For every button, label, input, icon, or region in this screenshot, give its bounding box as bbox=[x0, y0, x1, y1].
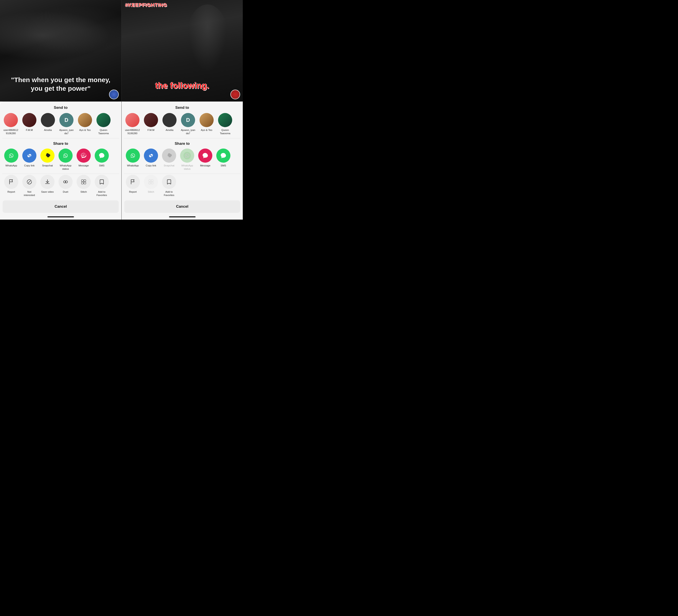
share-label-snapchat-right: Snapchat bbox=[164, 164, 175, 167]
contact-fmm-right[interactable]: F.M.M bbox=[142, 113, 159, 135]
svg-marker-3 bbox=[82, 155, 84, 156]
contact-amelia-left[interactable]: Amelia bbox=[39, 113, 57, 135]
share-message-right[interactable]: Message bbox=[197, 149, 214, 170]
action-favorites-left[interactable]: Add toFavorites bbox=[93, 175, 110, 197]
action-report-left[interactable]: Report bbox=[3, 175, 20, 197]
wastatus-icon-left bbox=[59, 149, 73, 163]
contact-avatar-3 bbox=[41, 113, 55, 127]
share-row-right: WhatsApp Copy link Snapchat bbox=[122, 148, 243, 174]
whatsapp-icon-left bbox=[4, 149, 18, 163]
report-icon-right bbox=[126, 175, 140, 189]
share-label-sms-left: SMS bbox=[99, 164, 105, 167]
savevideo-icon-left bbox=[40, 175, 54, 189]
share-label-message-right: Message bbox=[200, 164, 211, 167]
svg-rect-8 bbox=[81, 182, 83, 184]
contact-avatar-4: D bbox=[60, 113, 74, 127]
action-label-notinterested-left: Notinterested bbox=[24, 190, 35, 197]
svg-point-11 bbox=[183, 152, 191, 159]
share-label-copylink-left: Copy link bbox=[24, 164, 34, 167]
actions-row-left: Report Notinterested Save video bbox=[0, 174, 121, 199]
contact-avatar-r1 bbox=[125, 113, 140, 127]
contact-label-4: Ajuwon_iyanda7 bbox=[59, 128, 74, 135]
share-copylink-left[interactable]: Copy link bbox=[21, 149, 38, 170]
contact-label-5: Ayo & Teo bbox=[79, 128, 91, 132]
contact-label-6: QueenTaaooma bbox=[98, 128, 109, 135]
contact-user1-left[interactable]: user48686129106280 bbox=[2, 113, 20, 135]
action-stitch-right: Stitch bbox=[142, 175, 159, 197]
share-label-whatsapp-left: WhatsApp bbox=[5, 164, 17, 167]
contact-fmm-left[interactable]: F.M.M bbox=[21, 113, 38, 135]
contact-label-r2: F.M.M bbox=[147, 128, 154, 132]
svg-rect-7 bbox=[84, 180, 86, 182]
message-icon-right bbox=[198, 149, 212, 163]
send-to-title-right: Send to bbox=[122, 102, 243, 112]
contact-avatar-r2 bbox=[144, 113, 158, 127]
svg-point-1 bbox=[62, 152, 69, 159]
action-label-report-left: Report bbox=[7, 190, 15, 194]
contact-avatar-r3 bbox=[162, 113, 177, 127]
favorites-icon-right bbox=[162, 175, 176, 189]
contact-avatar-6 bbox=[97, 113, 111, 127]
share-snapchat-left[interactable]: Snapchat bbox=[39, 149, 56, 170]
svg-rect-6 bbox=[81, 180, 83, 182]
actions-row-right: Report Stitch bbox=[122, 174, 243, 199]
contact-ajuwon-left[interactable]: D Ajuwon_iyanda7 bbox=[58, 113, 75, 135]
action-notinterested-left[interactable]: Notinterested bbox=[21, 175, 38, 197]
share-to-title-right: Share to bbox=[122, 139, 243, 148]
share-snapchat-right: Snapchat bbox=[160, 149, 178, 170]
sms-icon-left bbox=[95, 149, 109, 163]
sms-icon-right bbox=[216, 149, 230, 163]
snapchat-icon-right bbox=[162, 149, 176, 163]
bottom-sheet-left: Send to user48686129106280 F.M.M Amelia … bbox=[0, 102, 121, 220]
contact-queen-left[interactable]: QueenTaaooma bbox=[95, 113, 112, 135]
share-label-sms-right: SMS bbox=[221, 164, 226, 167]
svg-rect-13 bbox=[151, 180, 153, 182]
share-copylink-right[interactable]: Copy link bbox=[142, 149, 159, 170]
svg-rect-14 bbox=[149, 182, 151, 184]
contact-ayo-left[interactable]: Ayo & Teo bbox=[76, 113, 93, 135]
svg-rect-12 bbox=[149, 180, 151, 182]
contact-label-3: Amelia bbox=[44, 128, 52, 132]
svg-marker-2 bbox=[82, 155, 85, 155]
panel-left: "Then when you get the money, you get th… bbox=[0, 0, 121, 220]
action-duet-left[interactable]: Duet bbox=[57, 175, 74, 197]
favorites-icon-left bbox=[95, 175, 109, 189]
action-favorites-right[interactable]: Add toFavorites bbox=[160, 175, 178, 197]
share-message-left[interactable]: Message bbox=[75, 149, 92, 170]
share-whatsapp-right[interactable]: WhatsApp bbox=[124, 149, 142, 170]
notinterested-icon-left bbox=[22, 175, 36, 189]
contact-avatar-1 bbox=[4, 113, 18, 127]
copylink-icon-left bbox=[22, 149, 36, 163]
action-label-duet-left: Duet bbox=[63, 190, 68, 194]
action-label-stitch-left: Stitch bbox=[81, 190, 87, 194]
action-savevideo-left[interactable]: Save video bbox=[39, 175, 56, 197]
contact-avatar-r4: D bbox=[181, 113, 195, 127]
copylink-icon-right bbox=[144, 149, 158, 163]
contact-label-r5: Ayo & Teo bbox=[201, 128, 212, 132]
video-subtitle-right: the following. bbox=[155, 81, 209, 90]
svg-rect-15 bbox=[151, 182, 153, 184]
share-sms-right[interactable]: SMS bbox=[215, 149, 232, 170]
video-tag-right: #KEEPFIGHTING bbox=[125, 2, 167, 8]
action-label-stitch-right: Stitch bbox=[148, 190, 154, 194]
send-to-title-left: Send to bbox=[0, 102, 121, 112]
action-report-right[interactable]: Report bbox=[124, 175, 142, 197]
share-sms-left[interactable]: SMS bbox=[93, 149, 110, 170]
svg-rect-9 bbox=[84, 182, 86, 184]
contact-queen-right[interactable]: QueenTaaooma bbox=[217, 113, 234, 135]
contact-avatar-r6 bbox=[218, 113, 232, 127]
svg-point-10 bbox=[129, 152, 137, 159]
cancel-button-left[interactable]: Cancel bbox=[3, 200, 119, 213]
action-stitch-left[interactable]: Stitch bbox=[75, 175, 92, 197]
share-whatsapp-left[interactable]: WhatsApp bbox=[3, 149, 20, 170]
bottom-sheet-right: Send to user48686129106280 F.M.M Amelia … bbox=[122, 102, 243, 220]
contact-ajuwon-right[interactable]: D Ajuwon_iyanda7 bbox=[180, 113, 197, 135]
share-wastatus-left[interactable]: WhatsAppstatus bbox=[57, 149, 74, 170]
cancel-button-right[interactable]: Cancel bbox=[124, 200, 240, 213]
contact-ayo-right[interactable]: Ayo & Teo bbox=[198, 113, 215, 135]
contact-amelia-right[interactable]: Amelia bbox=[161, 113, 178, 135]
contact-user1-right[interactable]: user48686129106280 bbox=[124, 113, 141, 135]
share-row-left: WhatsApp Copy link Snapchat bbox=[0, 148, 121, 174]
share-label-copylink-right: Copy link bbox=[146, 164, 156, 167]
wastatus-icon-right bbox=[180, 149, 194, 163]
